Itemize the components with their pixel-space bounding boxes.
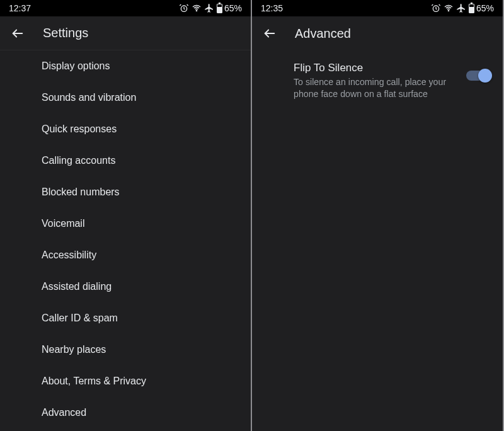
settings-item-label: Accessibility: [42, 250, 96, 261]
settings-item-nearby-places[interactable]: Nearby places: [0, 334, 251, 365]
settings-item-assisted-dialing[interactable]: Assisted dialing: [0, 271, 251, 302]
page-title: Advanced: [295, 26, 351, 41]
settings-item-voicemail[interactable]: Voicemail: [0, 208, 251, 239]
settings-item-about-terms-privacy[interactable]: About, Terms & Privacy: [0, 365, 251, 397]
flip-to-silence-row[interactable]: Flip To Silence To silence an incoming c…: [252, 50, 503, 100]
battery-percent: 65%: [476, 3, 494, 13]
settings-item-quick-responses[interactable]: Quick responses: [0, 113, 251, 145]
settings-item-label: Blocked numbers: [42, 187, 120, 198]
back-arrow-icon: [11, 26, 25, 40]
wifi-icon: [192, 3, 202, 13]
settings-item-label: Calling accounts: [42, 155, 115, 166]
wifi-icon: [444, 3, 454, 13]
settings-item-display-options[interactable]: Display options: [0, 50, 251, 82]
svg-point-1: [196, 10, 197, 11]
battery-indicator: 65%: [469, 3, 494, 13]
settings-item-blocked-numbers[interactable]: Blocked numbers: [0, 176, 251, 208]
settings-screen: 12:37 65% Settings Display options Sound…: [0, 0, 252, 431]
settings-item-label: Quick responses: [42, 124, 117, 135]
battery-icon: [469, 4, 474, 13]
status-time: 12:35: [261, 3, 283, 13]
settings-item-label: Advanced: [42, 407, 86, 418]
alarm-icon: [179, 3, 189, 13]
app-bar: Settings: [0, 16, 251, 50]
settings-item-label: Caller ID & spam: [42, 313, 118, 324]
status-right-icons: 65%: [431, 3, 494, 13]
flip-to-silence-title: Flip To Silence: [294, 62, 466, 74]
battery-percent: 65%: [224, 3, 242, 13]
settings-item-label: Display options: [42, 60, 110, 72]
status-time: 12:37: [9, 3, 31, 13]
status-bar: 12:35 65%: [252, 0, 503, 16]
airplane-icon: [204, 3, 214, 13]
app-bar: Advanced: [252, 16, 503, 50]
settings-item-advanced[interactable]: Advanced: [0, 397, 251, 428]
settings-item-sounds-vibration[interactable]: Sounds and vibration: [0, 82, 251, 113]
back-button[interactable]: [10, 26, 25, 41]
settings-item-label: Voicemail: [42, 218, 84, 229]
svg-point-4: [448, 10, 449, 11]
settings-list: Display options Sounds and vibration Qui…: [0, 50, 251, 431]
battery-icon: [217, 4, 222, 13]
settings-item-accessibility[interactable]: Accessibility: [0, 239, 251, 271]
flip-to-silence-description: To silence an incoming call, place your …: [294, 76, 466, 100]
alarm-icon: [431, 3, 441, 13]
flip-to-silence-toggle[interactable]: [466, 71, 490, 81]
status-bar: 12:37 65%: [0, 0, 251, 16]
toggle-knob: [478, 69, 492, 83]
status-right-icons: 65%: [179, 3, 242, 13]
settings-item-caller-id-spam[interactable]: Caller ID & spam: [0, 302, 251, 334]
settings-item-label: Assisted dialing: [42, 281, 112, 292]
battery-indicator: 65%: [217, 3, 242, 13]
settings-item-calling-accounts[interactable]: Calling accounts: [0, 145, 251, 176]
settings-item-label: Nearby places: [42, 344, 106, 355]
settings-item-label: About, Terms & Privacy: [42, 376, 146, 387]
advanced-screen: 12:35 65% Advanced Flip To Silence To si…: [252, 0, 504, 431]
back-button[interactable]: [262, 26, 277, 41]
settings-item-label: Sounds and vibration: [42, 92, 136, 103]
airplane-icon: [456, 3, 466, 13]
page-title: Settings: [43, 26, 88, 40]
back-arrow-icon: [263, 26, 277, 40]
